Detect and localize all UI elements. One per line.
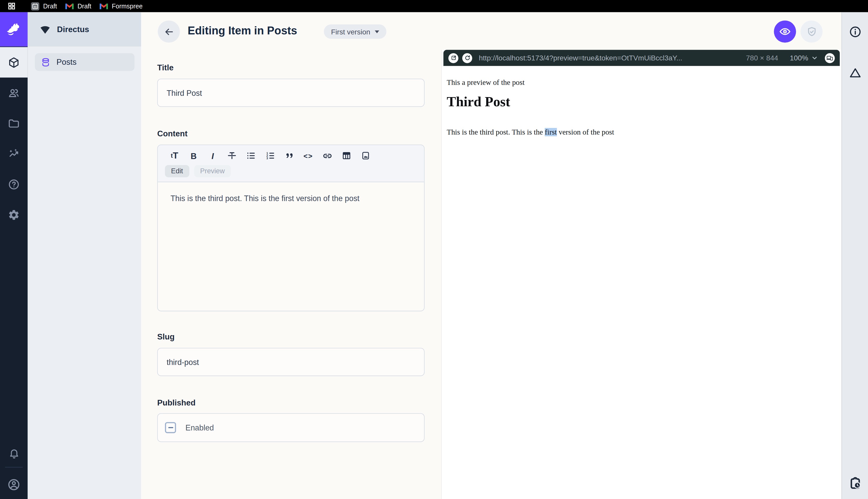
page-title: Editing Item in Posts <box>188 24 297 37</box>
browser-tab-formspree[interactable]: Formspree <box>100 0 143 12</box>
chevron-down-icon <box>375 30 379 33</box>
content-textarea[interactable]: This is the third post. This is the firs… <box>158 182 424 203</box>
markdown-editor: tT B I 123 <> <box>157 145 425 311</box>
version-label: First version <box>331 27 370 36</box>
version-selector[interactable]: First version <box>324 24 386 39</box>
zoom-value: 100% <box>790 54 808 62</box>
notifications-button[interactable] <box>0 439 28 467</box>
user-menu-button[interactable] <box>0 471 28 499</box>
arrow-left-icon <box>164 26 174 37</box>
module-settings[interactable] <box>0 199 28 230</box>
directus-logo-tile[interactable] <box>0 12 28 47</box>
module-bar-divider <box>5 467 23 467</box>
tab-edit[interactable]: Edit <box>165 165 189 178</box>
preview-toolbar: http://localhost:5173/4?preview=true&tok… <box>443 50 840 66</box>
navigation-sidebar: Directus Posts <box>28 12 141 499</box>
field-label-content: Content <box>157 129 187 138</box>
blockquote-icon[interactable] <box>280 150 299 161</box>
slug-input[interactable]: third-post <box>157 348 425 376</box>
browser-tab-draft-2[interactable]: Draft <box>65 0 91 12</box>
refresh-button[interactable] <box>462 53 472 63</box>
insights-icon <box>8 148 20 160</box>
live-preview-button[interactable] <box>774 20 796 42</box>
folder-icon <box>8 117 20 130</box>
browser-tab-label: Draft <box>43 3 57 10</box>
gmail-favicon <box>65 3 74 10</box>
changes-triangle-button[interactable] <box>848 66 861 79</box>
revisions-clipboard-button[interactable] <box>848 476 862 490</box>
code-icon[interactable]: <> <box>299 150 318 161</box>
module-files[interactable] <box>0 108 28 139</box>
responsive-devices-button[interactable] <box>825 53 835 63</box>
preview-url[interactable]: http://localhost:5173/4?preview=true&tok… <box>479 54 740 62</box>
field-label-published: Published <box>157 398 196 407</box>
bell-icon <box>8 447 20 459</box>
save-shield-button[interactable] <box>801 20 823 42</box>
gear-icon <box>8 208 20 221</box>
editor-tabs: Edit Preview <box>165 165 424 178</box>
directus-rabbit-icon <box>5 22 22 37</box>
bold-icon[interactable]: B <box>184 150 203 161</box>
browser-tab-label: Formspree <box>112 3 143 10</box>
image-icon[interactable] <box>356 150 375 161</box>
slug-value: third-post <box>166 357 199 366</box>
table-icon[interactable] <box>337 150 356 161</box>
project-name: Directus <box>57 25 89 34</box>
title-value: Third Post <box>166 88 202 97</box>
preview-paragraph: This is the third post. This is the firs… <box>447 128 614 137</box>
tab-grid-icon[interactable] <box>8 2 15 10</box>
eye-icon <box>779 25 791 38</box>
chevron-down-icon <box>812 55 818 61</box>
module-bar <box>0 12 28 499</box>
numbered-list-icon[interactable]: 123 <box>261 150 280 161</box>
content-cube-icon <box>8 56 20 69</box>
shield-check-icon <box>806 26 817 37</box>
back-button[interactable] <box>158 20 180 42</box>
text-size-icon[interactable]: tT <box>165 150 184 161</box>
published-checkbox-label: Enabled <box>186 423 214 432</box>
browser-tab-bar: 31 Draft Draft Formspree <box>0 0 868 12</box>
calendar-favicon: 31 <box>31 2 39 10</box>
module-users[interactable] <box>0 77 28 108</box>
paragraph-before: This is the third post. This is the <box>447 128 545 136</box>
right-sidebar <box>842 12 868 499</box>
zoom-selector[interactable]: 100% <box>790 54 818 62</box>
field-label-title: Title <box>157 63 174 72</box>
browser-tab-label: Draft <box>77 3 91 10</box>
project-logo-icon <box>39 24 51 34</box>
browser-tab-draft-1[interactable]: 31 Draft <box>31 0 57 12</box>
highlighted-word: first <box>545 128 557 136</box>
preview-heading: Third Post <box>447 94 510 110</box>
paragraph-after: version of the post <box>557 128 614 136</box>
italic-icon[interactable]: I <box>203 150 222 161</box>
sidebar-item-label: Posts <box>56 58 77 66</box>
open-in-new-button[interactable] <box>449 53 458 63</box>
preview-panel: http://localhost:5173/4?preview=true&tok… <box>441 50 841 499</box>
tab-preview[interactable]: Preview <box>194 165 231 178</box>
checkbox-indeterminate-icon[interactable] <box>165 422 176 433</box>
editor-toolbar: tT B I 123 <> <box>158 145 424 182</box>
title-input[interactable]: Third Post <box>157 79 425 107</box>
users-icon <box>8 87 20 99</box>
gmail-favicon <box>100 3 108 10</box>
svg-text:31: 31 <box>34 5 37 8</box>
content-value: This is the third post. This is the firs… <box>171 194 360 203</box>
database-icon <box>41 57 50 67</box>
field-label-slug: Slug <box>157 332 175 341</box>
sidebar-item-posts[interactable]: Posts <box>35 53 135 71</box>
link-icon[interactable] <box>318 150 337 161</box>
module-insights[interactable] <box>0 138 28 169</box>
help-icon <box>8 178 20 190</box>
app-window: 31 Draft Draft Formspree <box>0 0 868 499</box>
preview-intro-text: This a preview of the post <box>447 78 525 87</box>
svg-text:3: 3 <box>266 157 268 160</box>
strikethrough-icon[interactable] <box>222 150 241 161</box>
project-header[interactable]: Directus <box>28 12 141 47</box>
module-content[interactable] <box>0 47 28 78</box>
preview-dimensions: 780 × 844 <box>746 54 778 62</box>
user-avatar-icon <box>7 478 21 491</box>
module-help[interactable] <box>0 169 28 199</box>
published-toggle[interactable]: Enabled <box>157 413 425 442</box>
info-button[interactable] <box>848 25 861 38</box>
bulleted-list-icon[interactable] <box>241 150 261 161</box>
